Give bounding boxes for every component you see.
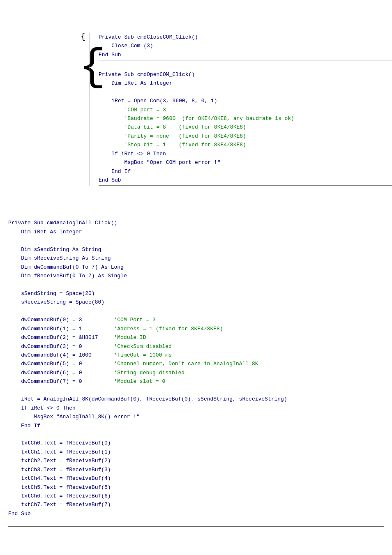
brace-large-icon: {	[79, 45, 106, 90]
top-code-section: { { Private Sub cmdCloseCOM_Click() Clos…	[0, 33, 392, 186]
bottom-code-section: Private Sub cmdAnalogInAll_Click() Dim i…	[0, 219, 392, 518]
code-block-bottom: Private Sub cmdAnalogInAll_Click() Dim i…	[8, 219, 392, 518]
bottom-divider	[8, 526, 384, 527]
page-container: { { Private Sub cmdCloseCOM_Click() Clos…	[0, 0, 392, 555]
brace-small-icon: {	[81, 33, 85, 41]
divider-vertical	[90, 33, 90, 186]
code-block-top: Private Sub cmdCloseCOM_Click() Close_Co…	[99, 33, 392, 186]
